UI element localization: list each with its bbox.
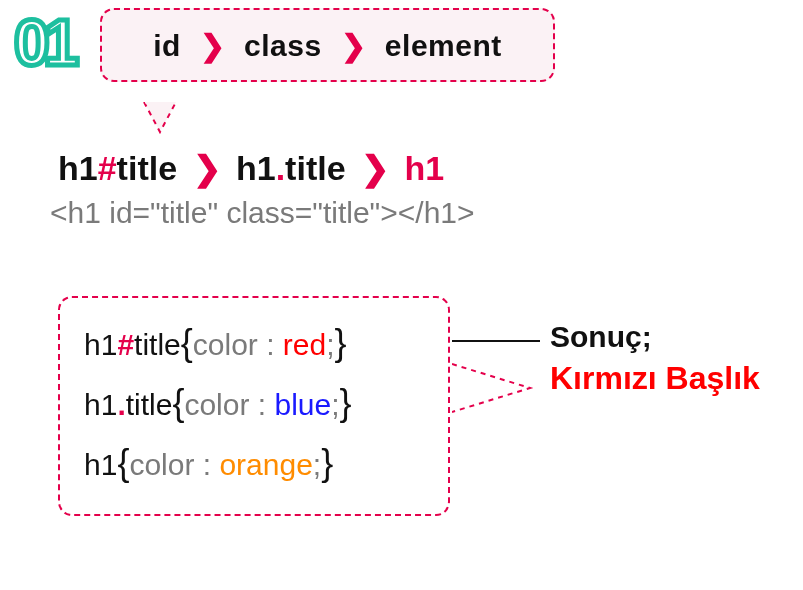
specificity-element: element: [385, 29, 502, 62]
chevron-right-icon: ❯: [361, 149, 389, 187]
result-block: Sonuç; Kırmızı Başlık: [550, 320, 760, 397]
result-label: Sonuç;: [550, 320, 760, 354]
specificity-bubble: id ❯ class ❯ element: [100, 8, 555, 82]
chevron-right-icon: ❯: [341, 29, 367, 62]
chevron-right-icon: ❯: [200, 29, 226, 62]
sel-id-part: h1#title: [58, 149, 177, 187]
result-output: Kırmızı Başlık: [550, 360, 760, 397]
selector-hierarchy: h1#title ❯ h1.title ❯ h1: [58, 148, 444, 188]
sel-element-part: h1: [404, 149, 444, 187]
step-badge: 01: [14, 6, 73, 80]
chevron-right-icon: ❯: [193, 149, 221, 187]
sel-class-part: h1.title: [236, 149, 346, 187]
html-tag-example: <h1 id="title" class="title"></h1>: [50, 196, 475, 230]
specificity-rule: id ❯ class ❯ element: [153, 28, 502, 63]
connector-line: [452, 340, 540, 342]
specificity-class: class: [244, 29, 322, 62]
css-code-box: h1#title{color : red;} h1.title{color : …: [58, 296, 450, 516]
css-rule-1: h1#title{color : red;}: [84, 322, 428, 364]
specificity-id: id: [153, 29, 181, 62]
css-rule-2: h1.title{color : blue;}: [84, 382, 428, 424]
result-pointer-icon: [452, 358, 542, 422]
css-rule-3: h1{color : orange;}: [84, 442, 428, 484]
